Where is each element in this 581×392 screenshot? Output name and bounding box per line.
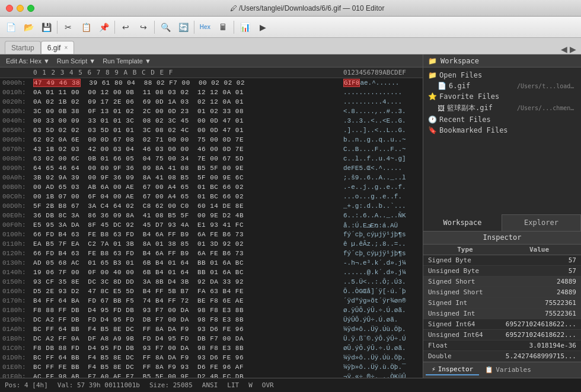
hex-bytes[interactable]: 00 1B 07 00 6F 04 00 AE 67 00 A4 65 01 B… [33, 193, 343, 200]
table-row[interactable]: Signed Int75522361 [423, 298, 581, 309]
list-item[interactable]: 🔖Bookmarked Files [423, 125, 581, 136]
hex-bytes[interactable]: 03 5D 02 02 03 5D 01 01 3C 08 02 4C 00 0… [33, 127, 343, 134]
list-item[interactable]: 🕐Recent Files [423, 114, 581, 125]
hex-bytes[interactable]: 66 FD B4 63 FE B8 63 FD B4 6A FF B9 6A F… [33, 231, 343, 238]
hex-bytes[interactable]: 62 02 0A 6E 00 0D 67 08 02 71 00 00 75 0… [33, 136, 343, 143]
table-row[interactable]: Unsigned Int75522361 [423, 309, 581, 319]
run-template-button[interactable]: Run Template ▼ [100, 57, 154, 65]
table-row[interactable]: Unsigned Byte57 [423, 266, 581, 277]
table-row[interactable]: Signed Short24889 [423, 277, 581, 287]
hex-bytes[interactable]: BC FF 64 BB F4 B5 8E DC FF 8A DA F9 93 D… [33, 354, 343, 361]
hex-bytes[interactable]: 47 49 46 38 39 61 80 04 88 02 F7 00 00 0… [33, 79, 343, 86]
chart-button[interactable]: 📊 [237, 19, 253, 36]
hex-content[interactable]: 0000h:47 49 46 38 39 61 80 04 88 02 F7 0… [0, 78, 423, 378]
table-row[interactable]: Signed Byte57 [423, 255, 581, 266]
save-button[interactable]: 💾 [38, 19, 55, 36]
table-row[interactable]: 01C0h:F8 DB 88 FD D4 95 FD DB 93 F7 00 D… [0, 343, 423, 353]
hex-bytes[interactable]: 00 AD 65 03 AB 6A 00 AE 67 00 A4 65 01 B… [33, 184, 343, 191]
hex-bytes[interactable]: 93 CF 35 8E DC 3C 8D DD 3A 8B D4 3B 92 D… [33, 278, 343, 285]
hex-bytes[interactable]: BC FF 64 BB F4 B5 8E DC FF 8A DA F9 93 D… [33, 326, 343, 333]
explorer-tab[interactable]: Explorer [502, 214, 581, 231]
calc-button[interactable]: 🖩 [215, 19, 231, 36]
table-row[interactable]: 0020h:0A 02 1B 02 09 17 2E 06 69 0D 1A 0… [0, 97, 423, 107]
table-row[interactable]: 0150h:93 CF 35 8E DC 3C 8D DD 3A 8B D4 3… [0, 277, 423, 287]
copy-button[interactable]: 📋 [78, 19, 94, 36]
table-row[interactable]: 01A0h:BC FF 64 BB F4 B5 8E DC FF 8A DA F… [0, 324, 423, 334]
inspector-bottom-tab[interactable]: ⚡ Inspector [426, 364, 479, 375]
table-row[interactable]: 00E0h:36 DB 8C 3A 86 36 09 8A 41 08 B5 5… [0, 211, 423, 220]
table-row[interactable]: 0160h:D5 2E 93 D2 47 8C E5 5D B4 FF 5B B… [0, 287, 423, 296]
hex-bytes[interactable]: F8 DB 88 FD D4 95 FD DB 93 F7 00 DA 98 F… [33, 345, 343, 352]
table-row[interactable]: 0140h:19 06 7F 00 0F 00 40 00 6B B4 01 6… [0, 268, 423, 277]
cut-button[interactable]: ✂ [60, 19, 76, 36]
table-row[interactable]: 0080h:63 02 00 6C 0B 01 66 05 04 75 00 3… [0, 154, 423, 163]
hex-bytes[interactable]: BC FF FE BB F4 B5 8E DC FF 8A F9 93 D6 F… [33, 364, 343, 371]
open-file-button[interactable]: 📂 [20, 19, 37, 36]
table-row[interactable]: 0060h:62 02 0A 6E 00 0D 67 08 02 71 00 0… [0, 135, 423, 144]
hex-bytes[interactable]: AC FF 98 AB F7 A0 AE F7 B5 5F 00 9E D2 4… [33, 373, 343, 378]
table-row[interactable]: Unsigned Int64695271024618622... [423, 330, 581, 340]
table-row[interactable]: 01B0h:DC A2 FF 0A DF A8 A9 9B FD D4 95 F… [0, 334, 423, 343]
hex-bytes[interactable]: 19 06 7F 00 0F 00 40 00 6B B4 01 64 BB 0… [33, 269, 343, 276]
table-row[interactable]: 00C0h:00 1B 07 00 6F 04 00 AE 67 00 A4 6… [0, 192, 423, 201]
new-file-button[interactable]: 📄 [2, 19, 19, 36]
hex-bytes[interactable]: F8 88 FF DB D4 95 FD DB 93 F7 00 DA 98 F… [33, 307, 343, 314]
table-row[interactable]: 0030h:3C 00 0B 38 0F 13 01 02 2C 00 0D 2… [0, 107, 423, 116]
redo-button[interactable]: ↪ [135, 19, 152, 36]
table-row[interactable]: 01D0h:BC FF 64 BB F4 B5 8E DC FF 8A DA F… [0, 353, 423, 362]
table-row[interactable]: 00A0h:3B 02 9A 39 00 9F 36 09 8A 41 08 B… [0, 173, 423, 182]
prev-tab-button[interactable]: ◀ [561, 44, 567, 54]
list-item[interactable]: 🖼籃球副本.gif/Users/...chment/ [433, 102, 581, 114]
table-row[interactable]: Double5.2427468999715... [423, 351, 581, 362]
hex-bytes[interactable]: 36 DB 8C 3A 86 36 09 8A 41 08 B5 5F 00 9… [33, 212, 343, 219]
table-row[interactable]: 0130h:AD 05 68 AC 01 65 B3 01 6B B4 01 6… [0, 258, 423, 268]
workspace-tab[interactable]: Workspace [423, 214, 502, 231]
table-row[interactable]: 00F0h:E5 95 3A DA 8F 45 DC 92 45 D7 93 4… [0, 220, 423, 230]
table-row[interactable]: 0090h:64 65 46 64 00 00 9F 36 09 8A 41 0… [0, 163, 423, 173]
close-button[interactable] [6, 5, 13, 12]
hex-bytes[interactable]: EA B5 7F EA C2 7A 01 3B 8A 01 38 85 01 3… [33, 240, 343, 248]
hex-mode-button[interactable]: Hex [197, 19, 213, 36]
table-row[interactable]: 0010h:0A 01 11 00 00 12 00 0B 11 08 03 0… [0, 88, 423, 97]
next-tab-button[interactable]: ▶ [570, 44, 576, 54]
table-row[interactable]: 0170h:B4 FF 64 BA FD 67 BB F5 74 B4 FF 7… [0, 296, 423, 306]
minimize-button[interactable] [17, 5, 24, 12]
table-row[interactable]: 00D0h:5F 2B B8 67 3A C4 64 02 C8 62 00 C… [0, 201, 423, 211]
hex-bytes[interactable]: 43 1B 02 03 42 00 03 04 46 03 00 00 46 0… [33, 146, 343, 153]
hex-bytes[interactable]: 5F 2B B8 67 3A C4 64 02 C8 62 00 C0 60 1… [33, 203, 343, 210]
list-item[interactable]: 📁Open Files [423, 70, 581, 81]
startup-tab[interactable]: Startup [5, 41, 41, 54]
table-row[interactable]: 0040h:00 33 00 09 33 01 01 3C 08 02 3C 4… [0, 116, 423, 126]
table-row[interactable]: 0120h:66 FD B4 63 FE B8 63 FD B4 6A FF B… [0, 249, 423, 258]
undo-button[interactable]: ↩ [117, 19, 134, 36]
run-button[interactable]: ▶ [254, 19, 271, 36]
find-button[interactable]: 🔍 [157, 19, 174, 36]
hex-bytes[interactable]: DC A2 FF 0A DF A8 A9 9B FD D4 95 FD DB F… [33, 335, 343, 342]
list-item[interactable]: 📄6.gif/Users/t...loads/6/ [433, 81, 581, 91]
close-tab-button[interactable]: × [64, 44, 68, 51]
run-script-button[interactable]: Run Script ▼ [55, 57, 98, 65]
hex-bytes[interactable]: D5 2E 93 D2 47 8C E5 5D B4 FF 5B B7 FA 6… [33, 288, 343, 295]
variables-bottom-tab[interactable]: 📋 Variables [479, 365, 537, 375]
hex-bytes[interactable]: 00 33 00 09 33 01 01 3C 08 02 3C 45 00 0… [33, 117, 343, 124]
table-row[interactable]: 01E0h:BC FF FE BB F4 B5 8E DC FF 8A F9 9… [0, 362, 423, 372]
table-row[interactable]: Signed Int64695271024618622... [423, 319, 581, 330]
replace-button[interactable]: 🔄 [175, 19, 191, 36]
hex-bytes[interactable]: 66 FD B4 63 FE B8 63 FD B4 6A FF B9 6A F… [33, 250, 343, 257]
hex-bytes[interactable]: 0A 02 1B 02 09 17 2E 06 69 0D 1A 03 02 1… [33, 98, 343, 105]
table-row[interactable]: 01F0h:AC FF 98 AB F7 A0 AE F7 B5 5F 00 9… [0, 372, 423, 378]
table-row[interactable]: 0180h:F8 88 FF DB D4 95 FD DB 93 F7 00 D… [0, 306, 423, 315]
edit-as-hex-button[interactable]: Edit As: Hex ▼ [4, 57, 52, 65]
list-item[interactable]: ⭐Favorite Files [423, 91, 581, 102]
hex-bytes[interactable]: AD 05 68 AC 01 65 B3 01 6B B4 01 64 BB 0… [33, 259, 343, 266]
table-row[interactable]: 0000h:47 49 46 38 39 61 80 04 88 02 F7 0… [0, 78, 423, 88]
table-row[interactable]: Unsigned Short24889 [423, 287, 581, 298]
hex-bytes[interactable]: 3B 02 9A 39 00 9F 36 09 8A 41 08 B5 5F 0… [33, 174, 343, 181]
table-row[interactable]: 0110h:EA B5 7F EA C2 7A 01 3B 8A 01 38 8… [0, 239, 423, 249]
table-row[interactable]: 0070h:43 1B 02 03 42 00 03 04 46 03 00 0… [0, 144, 423, 154]
paste-button[interactable]: 📌 [95, 19, 112, 36]
hex-bytes[interactable]: DC A2 FF DB FD D4 95 FD DB F7 00 DA 98 F… [33, 316, 343, 323]
hex-bytes[interactable]: E5 95 3A DA 8F 45 DC 92 45 D7 93 4A E1 9… [33, 221, 343, 229]
hex-bytes[interactable]: 3C 00 0B 38 0F 13 01 02 2C 00 0D 23 01 0… [33, 108, 343, 115]
table-row[interactable]: Float3.018194e-36 [423, 340, 581, 351]
